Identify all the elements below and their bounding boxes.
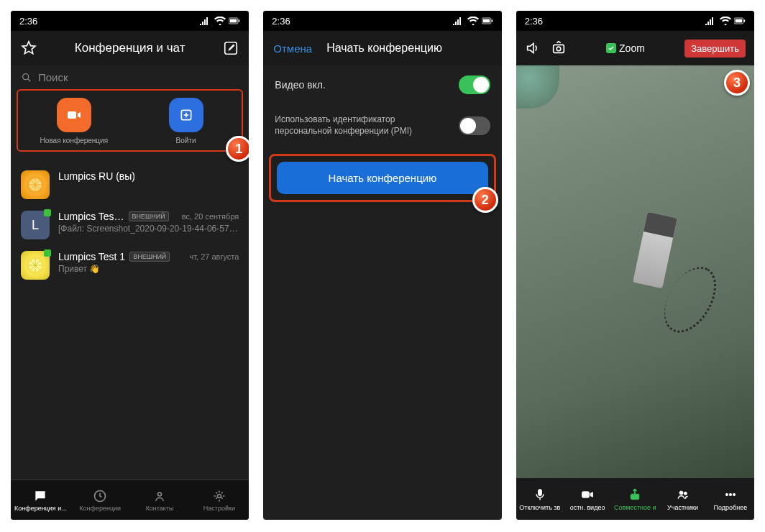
chat-list: Lumpics RU (вы) L Lumpics Tes… ВНЕШНИЙ в… (11, 165, 249, 285)
battery-icon (229, 17, 240, 25)
svg-rect-30 (553, 45, 564, 52)
battery-icon (734, 17, 746, 25)
status-time: 2:36 (525, 16, 543, 27)
svg-point-39 (733, 493, 735, 495)
zoom-label[interactable]: Zoom (606, 42, 645, 54)
actions-highlight: Новая конференция Войти (17, 89, 243, 152)
setting-pmi: Использовать идентификатор персональной … (263, 104, 501, 147)
meeting-bottom-nav: Отключить зв остн. видео Совместное и Уч… (516, 478, 754, 520)
video-icon (65, 106, 83, 124)
online-indicator (44, 249, 51, 257)
gear-icon (212, 489, 226, 503)
start-highlight: Начать конференцию 2 (269, 154, 495, 202)
new-meeting-button[interactable] (57, 98, 91, 132)
search-bar[interactable]: Поиск (11, 65, 249, 89)
video-icon (580, 487, 595, 502)
svg-rect-25 (482, 19, 490, 23)
status-icons (200, 17, 240, 25)
status-bar: 2:36 (11, 11, 249, 31)
svg-rect-34 (631, 494, 639, 500)
search-placeholder: Поиск (38, 71, 68, 83)
svg-rect-28 (736, 19, 743, 23)
svg-point-22 (158, 492, 162, 496)
action-new-meeting[interactable]: Новая конференция (21, 98, 127, 145)
action-new-meeting-label: Новая конференция (40, 137, 108, 145)
end-meeting-button[interactable]: Завершить (684, 40, 746, 58)
chat-name: Lumpics Test 1 (58, 251, 125, 262)
svg-point-37 (725, 493, 728, 495)
setting-video-on-label: Видео вкл. (275, 79, 326, 91)
svg-point-31 (556, 47, 561, 51)
shield-icon (606, 43, 616, 53)
nav-mute[interactable]: Отключить зв (516, 478, 564, 520)
annotation-badge-3: 3 (724, 70, 750, 96)
cancel-button[interactable]: Отмена (273, 42, 312, 55)
meeting-topbar: Zoom Завершить (516, 31, 754, 65)
nav-contacts[interactable]: Контакты (130, 480, 190, 520)
chat-item-self[interactable]: Lumpics RU (вы) (11, 165, 249, 205)
annotation-badge-1: 1 (226, 136, 249, 162)
setting-video-on: Видео вкл. (263, 65, 501, 104)
nav-meetings[interactable]: Конференции (70, 480, 130, 520)
switch-camera-icon[interactable] (551, 40, 567, 56)
action-join[interactable]: Войти (133, 98, 239, 145)
nav-chat[interactable]: Конференция и... (11, 480, 70, 520)
screen2-title: Начать конференцию (326, 42, 442, 55)
external-tag: ВНЕШНИЙ (129, 252, 170, 262)
svg-rect-2 (239, 19, 240, 22)
star-icon[interactable] (21, 40, 37, 56)
chat-item[interactable]: L Lumpics Tes… ВНЕШНИЙ вс, 20 сентября [… (11, 205, 249, 245)
start-meeting-button[interactable]: Начать конференцию (277, 162, 487, 194)
status-icons (453, 17, 493, 25)
toggle-pmi[interactable] (459, 116, 490, 135)
join-button[interactable] (169, 98, 203, 132)
phone-screen-2: 2:36 Отмена Начать конференцию Видео вкл… (263, 11, 501, 520)
toggle-video-on[interactable] (459, 75, 490, 94)
lemon-slice-icon (24, 254, 46, 276)
video-feed[interactable]: 3 (516, 65, 754, 478)
signal-icon (705, 17, 717, 25)
setting-pmi-label: Использовать идентификатор персональной … (275, 114, 426, 137)
speaker-icon[interactable] (525, 40, 541, 56)
avatar (21, 251, 50, 280)
phone-screen-1: 2:36 Конференция и чат Поиск Новая конфе… (11, 11, 249, 520)
screen2-header: Отмена Начать конференцию (263, 31, 501, 65)
nav-share[interactable]: Совместное и (611, 478, 659, 520)
status-time: 2:36 (19, 16, 37, 27)
svg-point-23 (217, 494, 221, 497)
status-time: 2:36 (272, 16, 290, 27)
bottom-nav: Конференция и... Конференции Контакты На… (11, 480, 249, 520)
mic-icon (533, 487, 547, 502)
clock-icon (93, 489, 107, 503)
svg-point-36 (684, 492, 687, 495)
nav-more[interactable]: Подробнее (707, 478, 754, 520)
usb-drive-object (633, 211, 677, 288)
compose-icon[interactable] (223, 40, 239, 56)
online-indicator (44, 209, 51, 216)
svg-rect-26 (491, 19, 493, 22)
plus-icon (179, 108, 193, 122)
avatar: L (21, 211, 50, 239)
chat-name: Lumpics Tes… (58, 211, 124, 222)
annotation-badge-2: 2 (472, 187, 498, 213)
status-bar: 2:36 (263, 11, 501, 31)
chat-preview: Привет 👋 (58, 264, 239, 274)
avatar (21, 170, 50, 199)
search-icon (21, 72, 32, 83)
svg-rect-1 (230, 19, 237, 23)
svg-rect-5 (68, 111, 76, 119)
header-title: Конференция и чат (75, 41, 185, 55)
contacts-icon (152, 489, 167, 503)
svg-rect-32 (538, 489, 541, 495)
nav-settings[interactable]: Настройки (189, 480, 249, 520)
battery-icon (482, 17, 493, 25)
svg-rect-33 (582, 491, 590, 497)
participants-icon (676, 487, 690, 502)
nav-participants[interactable]: Участники (659, 478, 706, 520)
svg-point-35 (679, 491, 683, 495)
external-tag: ВНЕШНИЙ (129, 211, 169, 221)
chat-item[interactable]: Lumpics Test 1 ВНЕШНИЙ чт, 27 августа Пр… (11, 245, 249, 285)
app-header: Конференция и чат (11, 31, 249, 65)
feed-corner-overlay (516, 65, 559, 109)
nav-stop-video[interactable]: остн. видео (564, 478, 611, 520)
